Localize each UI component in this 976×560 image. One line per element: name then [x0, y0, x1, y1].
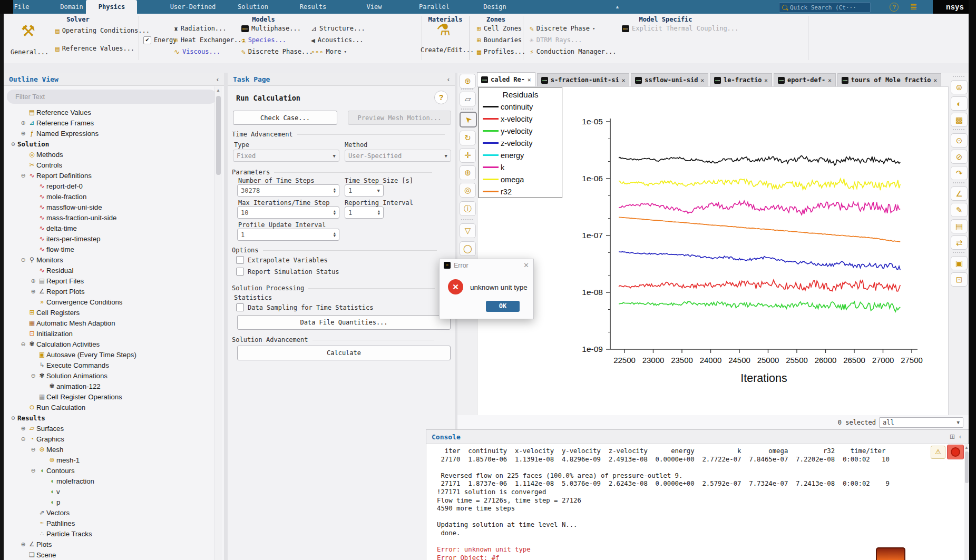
warning-button[interactable]: ⚠ — [931, 446, 945, 459]
task-collapse-icon[interactable]: ‹ — [447, 75, 450, 83]
list-icon[interactable] — [910, 2, 917, 12]
tree-item-p[interactable]: ◖p — [4, 497, 214, 507]
tree-item-results[interactable]: ⊖Results — [4, 412, 214, 423]
ribbon-item-operating-conditions-[interactable]: ▤Operating Conditions... — [55, 26, 150, 35]
pointer-select-icon[interactable]: ➤ — [460, 112, 477, 127]
mesh-overlay-icon[interactable]: ▩ — [951, 113, 968, 127]
filter-input[interactable]: Filter Text — [7, 90, 217, 104]
tree-item-execute-commands[interactable]: ↳Execute Commands — [4, 360, 214, 370]
selection-filter-dropdown[interactable]: all▼ — [879, 417, 963, 428]
tree-item-run-calculation[interactable]: ⊜Run Calculation — [4, 402, 214, 412]
tree-item-plots[interactable]: ⊕∠Plots — [4, 539, 214, 549]
ribbon-collapse-icon[interactable]: ▲ — [615, 4, 620, 9]
tree-item-graphics[interactable]: ⊖◔Graphics — [4, 434, 214, 444]
expander-icon[interactable]: ⊖ — [29, 446, 37, 453]
report-status-checkbox[interactable]: Report Simulation Status — [236, 268, 339, 276]
tree-item-solution-animations[interactable]: ⊖✾Solution Animations — [4, 370, 214, 381]
general-settings-icon[interactable]: ⚒ — [21, 22, 35, 40]
tree-item-mesh-1[interactable]: ⊛mesh-1 — [4, 455, 214, 465]
show-icon[interactable]: ⊙ — [951, 133, 968, 148]
tree-item-v[interactable]: ◖v — [4, 486, 214, 497]
scroll-up-icon[interactable]: ▲ — [216, 88, 220, 93]
expander-icon[interactable]: ⊖ — [19, 341, 27, 348]
filter-pyramid-icon[interactable]: ▽ — [460, 223, 476, 238]
energy-checkbox[interactable]: ✔Energy — [143, 36, 177, 44]
outline-collapse-icon[interactable]: ‹ — [217, 75, 219, 83]
tree-item-reference-values[interactable]: ▤Reference Values — [4, 107, 214, 117]
notes-icon[interactable]: ▤ — [951, 219, 968, 233]
tree-item-massflow-uni-side[interactable]: ∿massflow-uni-side — [4, 202, 214, 212]
ribbon-item-acoustics-[interactable]: ◀Acoustics... — [311, 36, 364, 44]
ribbon-item-radiation-[interactable]: ♜Radiation... — [174, 24, 227, 33]
ribbon-item-reference-values-[interactable]: ▤Reference Values... — [55, 44, 134, 53]
detach-icon[interactable]: ⊞ — [950, 433, 955, 440]
type-dropdown[interactable]: Fixed▼ — [233, 150, 339, 162]
quick-search[interactable]: Quick Search (Ct··· — [779, 2, 871, 13]
splitter[interactable] — [224, 73, 228, 560]
tree-item-vectors[interactable]: ⇗Vectors — [4, 507, 214, 518]
num-steps-input[interactable]: 30278▲▼ — [237, 184, 339, 197]
ribbon-item-structure-[interactable]: ⊿Structure... — [311, 24, 365, 33]
tree-item-animation-122[interactable]: ✾animation-122 — [4, 381, 214, 391]
graphics-tab-ssflow-uni-sid[interactable]: ssflow-uni-sid✕ — [631, 73, 708, 86]
stop-button[interactable] — [947, 445, 964, 459]
ribbon-item-boundaries[interactable]: ⊞Boundaries — [477, 36, 522, 44]
menu-item-domain[interactable]: Domain — [60, 0, 83, 14]
close-icon[interactable]: ✕ — [700, 77, 704, 84]
check-case-button[interactable]: Check Case... — [233, 111, 337, 125]
ribbon-item-conduction-manager-[interactable]: ⚡Conduction Manager... — [530, 47, 617, 56]
plot-tools-icon[interactable]: ∠ — [951, 186, 968, 201]
expander-icon[interactable]: ⊕ — [29, 278, 37, 284]
tree-item-report-files[interactable]: ⊕▤Report Files — [4, 276, 214, 286]
tree-item-named-expressions[interactable]: ⊕ƒNamed Expressions — [4, 128, 214, 139]
step-size-input[interactable]: 1▼ — [345, 184, 384, 197]
colormap-icon[interactable]: ◐ — [951, 96, 968, 111]
graphics-tab-s-fraction-unit-si[interactable]: s-fraction-unit-si✕ — [537, 73, 630, 86]
tree-item-delta-time[interactable]: ∿delta-time — [4, 223, 214, 233]
menu-item-file[interactable]: File — [14, 0, 30, 14]
tree-item-initialization[interactable]: ⊡Initialization — [4, 328, 214, 339]
tree-item-particle-tracks[interactable]: ∴Particle Tracks — [4, 528, 214, 539]
ribbon-item-discrete-phase-[interactable]: ✎Discrete Phase... — [241, 47, 313, 56]
tree-item-methods[interactable]: ◎Methods — [4, 149, 214, 160]
zoom-fit-icon[interactable]: ◯ — [460, 241, 476, 256]
data-sampling-checkbox[interactable]: Data Sampling for Time Statistics — [236, 303, 373, 311]
ribbon-item-multiphase-[interactable]: Multiphase... — [241, 24, 301, 33]
tree-item-solution[interactable]: ⊖Solution — [4, 139, 214, 149]
graphics-tab-eport-def-[interactable]: eport-def-✕ — [774, 73, 836, 86]
tree-item-molefraction[interactable]: ◖molefraction — [4, 476, 214, 486]
error-dialog-titlebar[interactable]: Error ✕ — [440, 259, 533, 271]
menu-item-view[interactable]: View — [367, 0, 382, 14]
expander-icon[interactable]: ⊖ — [19, 257, 27, 263]
surfaces-display-icon[interactable]: ⊜ — [951, 80, 968, 94]
rotate-view-icon[interactable]: ↻ — [460, 131, 476, 145]
ribbon-item-more[interactable]: ∘∘∘More ▾ — [311, 47, 347, 56]
tree-item-controls[interactable]: ✂Controls — [4, 160, 214, 170]
tree-item-calculation-activities[interactable]: ⊖✾Calculation Activities — [4, 339, 214, 349]
close-icon[interactable]: ✕ — [828, 77, 832, 84]
ribbon-item-species-[interactable]: ⚗Species... — [241, 36, 286, 44]
menu-item-parallel[interactable]: Parallel — [419, 0, 450, 14]
tree-item-report-definitions[interactable]: ⊖∿Report Definitions — [4, 170, 214, 181]
graphics-tab-caled-re-[interactable]: caled Re-✕ — [477, 72, 535, 86]
tree-item-autosave-every-time-steps-[interactable]: ▣Autosave (Every Time Steps) — [4, 349, 214, 360]
ribbon-item-heat-exchanger-[interactable]: ≋Heat Exchanger... — [174, 36, 246, 44]
tree-item-iters-per-timestep[interactable]: ∿iters-per-timestep — [4, 233, 214, 244]
tree-item-residual[interactable]: ∿Residual — [4, 265, 214, 276]
expander-icon[interactable]: ⊖ — [9, 141, 17, 148]
profile-interval-input[interactable]: 1▲▼ — [237, 229, 339, 241]
graphics-tab-le-fractio[interactable]: le-fractio✕ — [710, 73, 772, 86]
mesh-display-icon[interactable]: ⊛ — [460, 74, 476, 89]
tree-item-mass-fraction-unit-side[interactable]: ∿mass-fraction-unit-side — [4, 212, 214, 223]
reporting-interval-input[interactable]: 1▲▼ — [345, 207, 384, 219]
tree-item-scene[interactable]: ❏Scene — [4, 549, 214, 560]
close-icon[interactable]: ✕ — [523, 261, 529, 269]
ribbon-item-viscous-[interactable]: ∿Viscous... — [174, 47, 220, 56]
expander-icon[interactable]: ⊖ — [19, 172, 27, 179]
create-edit-button[interactable]: Create/Edit... — [421, 46, 470, 54]
tree-item-monitors[interactable]: ⊖⚲Monitors — [4, 254, 214, 265]
annotate-icon[interactable]: ✎ — [951, 203, 968, 217]
data-file-quantities-button[interactable]: Data File Quantities... — [237, 315, 451, 330]
ribbon-item-profiles-[interactable]: ▦Profiles... — [477, 47, 525, 56]
zoom-box-icon[interactable]: ⊕ — [460, 165, 476, 180]
